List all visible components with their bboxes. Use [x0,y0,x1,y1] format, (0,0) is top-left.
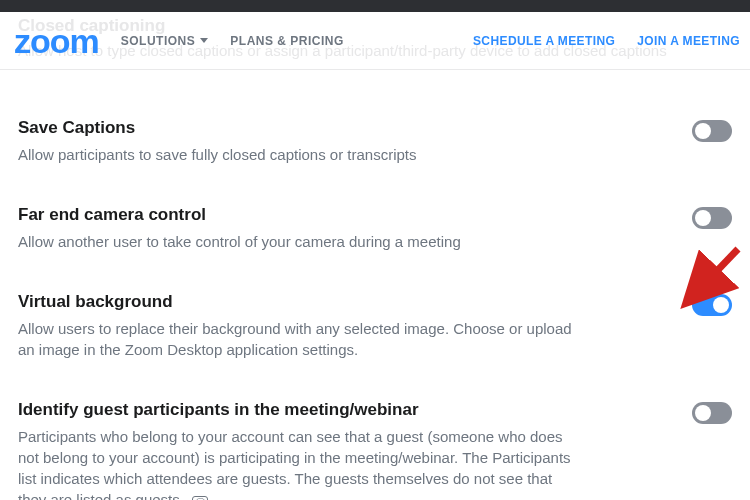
setting-desc: Allow participants to save fully closed … [18,144,417,165]
nav-plans-label: PLANS & PRICING [230,34,344,48]
chevron-down-icon [200,38,208,43]
info-icon[interactable]: ⓥ [192,496,208,500]
window-chrome-strip [0,0,750,12]
setting-identify-guests: Identify guest participants in the meeti… [18,382,732,500]
setting-desc: Allow another user to take control of yo… [18,231,461,252]
setting-save-captions: Save Captions Allow participants to save… [18,100,732,187]
nav-left: SOLUTIONS PLANS & PRICING [121,34,344,48]
nav-join-meeting[interactable]: JOIN A MEETING [637,34,740,48]
nav-right: SCHEDULE A MEETING JOIN A MEETING [473,34,740,48]
nav-schedule-meeting[interactable]: SCHEDULE A MEETING [473,34,615,48]
toggle-knob [713,297,729,313]
setting-text: Virtual background Allow users to replac… [18,292,578,360]
toggle-knob [695,405,711,421]
zoom-logo[interactable]: zoom [14,24,99,58]
setting-desc: Allow users to replace their background … [18,318,578,360]
nav-solutions[interactable]: SOLUTIONS [121,34,209,48]
setting-desc-text: Participants who belong to your account … [18,428,571,500]
toggle-knob [695,210,711,226]
setting-text: Identify guest participants in the meeti… [18,400,578,500]
setting-text: Save Captions Allow participants to save… [18,118,417,165]
nav-plans-pricing[interactable]: PLANS & PRICING [230,34,344,48]
nav-solutions-label: SOLUTIONS [121,34,196,48]
toggle-identify-guests[interactable] [692,402,732,424]
setting-title: Far end camera control [18,205,461,225]
setting-title: Save Captions [18,118,417,138]
settings-list: Save Captions Allow participants to save… [0,70,750,500]
setting-title: Virtual background [18,292,578,312]
site-header: zoom SOLUTIONS PLANS & PRICING SCHEDULE … [0,12,750,70]
setting-desc: Participants who belong to your account … [18,426,578,500]
toggle-save-captions[interactable] [692,120,732,142]
setting-title: Identify guest participants in the meeti… [18,400,578,420]
toggle-far-end-camera[interactable] [692,207,732,229]
setting-far-end-camera: Far end camera control Allow another use… [18,187,732,274]
setting-text: Far end camera control Allow another use… [18,205,461,252]
toggle-virtual-background[interactable] [692,294,732,316]
toggle-knob [695,123,711,139]
setting-virtual-background: Virtual background Allow users to replac… [18,274,732,382]
